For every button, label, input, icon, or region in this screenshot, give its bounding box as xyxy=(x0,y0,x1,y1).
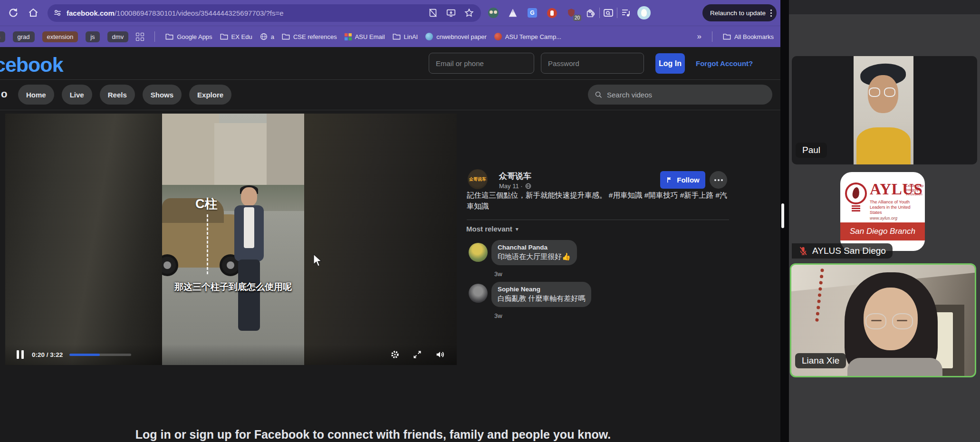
settings-gear-icon[interactable] xyxy=(390,350,400,359)
forgot-account-link[interactable]: Forgot Account? xyxy=(696,59,753,67)
bookmark-pill-js[interactable]: js xyxy=(86,31,99,42)
media-controls-icon[interactable] xyxy=(620,7,632,19)
commenter-name[interactable]: Sophie Neang xyxy=(498,286,585,293)
follow-button[interactable]: Follow xyxy=(660,171,705,189)
folder-icon xyxy=(220,33,228,40)
aylus-subtitle: The Alliance of Youth Leaders in the Uni… xyxy=(870,200,922,215)
side-panel-icon[interactable] xyxy=(603,7,614,19)
translate-extension-icon[interactable]: G xyxy=(527,7,538,19)
comment-age[interactable]: 3w xyxy=(494,270,502,278)
bookmark-folder-cse-references[interactable]: CSE references xyxy=(282,33,337,40)
participant-tile-liana-active: Liana Xie xyxy=(790,263,976,377)
glasses-graphic xyxy=(884,87,895,97)
tab-live[interactable]: Live xyxy=(62,85,92,105)
tab-shows[interactable]: Shows xyxy=(143,85,182,105)
bookmark-cnwebnovel-paper[interactable]: cnwebnovel paper xyxy=(425,33,487,40)
facebook-logo[interactable]: cebook xyxy=(0,53,63,77)
glasses-graphic xyxy=(892,313,913,329)
mountain-extension-icon[interactable] xyxy=(507,7,519,19)
bookmark-asu-email[interactable]: ASU Email xyxy=(345,33,385,40)
bookmarks-divider xyxy=(154,31,155,42)
presenter-graphic xyxy=(233,187,267,344)
bookmark-folder-ex-edu[interactable]: EX Edu xyxy=(220,33,252,40)
meeting-sidebar: Paul AYLUS Leadership Integrity Innovati… xyxy=(789,0,980,442)
all-bookmarks-button[interactable]: All Bookmarks xyxy=(723,33,774,40)
email-field[interactable] xyxy=(429,53,534,74)
site-info-icon[interactable] xyxy=(53,9,62,17)
comment-age[interactable]: 3w xyxy=(494,312,502,319)
profile-avatar[interactable] xyxy=(637,6,651,19)
folder-icon xyxy=(282,33,290,40)
post-author[interactable]: 众哥说车 xyxy=(499,171,531,182)
relaunch-to-update-button[interactable]: Relaunch to update xyxy=(702,4,777,21)
bookmark-star-icon[interactable] xyxy=(464,8,474,18)
aylus-website: www.aylus.org xyxy=(870,216,897,221)
reload-icon[interactable] xyxy=(8,7,19,19)
comment-bubble: Chanchal Panda 印地语在大厅里很好👍 xyxy=(491,240,577,265)
glasses-graphic xyxy=(869,87,880,97)
aylus-logo: AYLUS Leadership Integrity Innovation Th… xyxy=(840,172,925,251)
extensions-puzzle-icon[interactable] xyxy=(585,7,596,19)
toolbar-divider xyxy=(599,8,600,18)
eye-graphic xyxy=(897,320,907,321)
tab-explore[interactable]: Explore xyxy=(189,85,231,105)
screen: { "browser": { "topbar": { "url_domain":… xyxy=(0,0,980,442)
comment-avatar[interactable] xyxy=(469,243,488,262)
bookmark-pill-grad[interactable]: grad xyxy=(13,31,35,42)
post-date: May 11 · xyxy=(499,183,531,190)
more-options-button[interactable] xyxy=(710,171,727,189)
blocker-hand-extension-icon[interactable] xyxy=(546,7,557,19)
scrollbar-thumb[interactable] xyxy=(781,203,784,228)
bookmark-a[interactable]: a xyxy=(260,33,274,40)
cnwebnovel-icon xyxy=(425,33,433,40)
home-icon[interactable] xyxy=(28,7,39,19)
post-avatar[interactable]: 众哥说车 xyxy=(468,169,488,189)
password-field[interactable] xyxy=(541,53,644,74)
bookmark-folder-linai[interactable]: LinAI xyxy=(393,33,418,40)
shirt-graphic xyxy=(847,358,942,377)
aylus-branch-band: San Diego Branch xyxy=(840,222,925,240)
video-frame: C柱 那这三个柱子到底怎么使用呢 xyxy=(162,114,304,365)
progress-bar[interactable] xyxy=(69,354,131,356)
participant-tile-aylus: AYLUS Leadership Integrity Innovation Th… xyxy=(792,166,977,260)
bookmark-pill-extension[interactable]: extension xyxy=(42,31,78,42)
pause-button[interactable] xyxy=(17,350,24,359)
tab-reels[interactable]: Reels xyxy=(100,85,135,105)
bookmark-asu-tempe-camp[interactable]: ASU Tempe Camp... xyxy=(494,33,561,40)
comment-text: 印地语在大厅里很好👍 xyxy=(498,252,571,261)
comment-sort-dropdown[interactable]: Most relevant▾ xyxy=(466,225,519,233)
install-icon[interactable] xyxy=(446,8,456,18)
asu-tempe-icon xyxy=(494,33,502,40)
owl-extension-icon[interactable] xyxy=(488,7,499,19)
browser-menu-icon[interactable] xyxy=(770,10,772,17)
bookmark-pill-dmv[interactable]: dmv xyxy=(107,31,129,42)
post-text[interactable]: 記住這三個點位，新手就能快速提升車感。 #用車知識 #開車技巧 #新手上路 #汽… xyxy=(467,190,728,212)
comment-avatar[interactable] xyxy=(469,284,488,303)
search-videos-input[interactable]: Search videos xyxy=(588,85,772,105)
reading-mode-off-icon[interactable] xyxy=(428,8,438,18)
bookmark-folder-google-apps[interactable]: Google Apps xyxy=(165,33,212,40)
adblock-shield-extension-icon[interactable]: 20 xyxy=(566,7,577,19)
login-banner-headline: Log in or sign up for Facebook to connec… xyxy=(0,428,746,442)
comment-bubble: Sophie Neang 白痴亂教 什麼車軸有差好嗎 xyxy=(491,282,591,307)
apps-grid-icon[interactable] xyxy=(136,33,144,41)
browser-toolbar: facebook.com/100086947830101/videos/3544… xyxy=(0,0,780,26)
progress-fill xyxy=(69,354,100,356)
globe-icon xyxy=(260,33,268,40)
participant-name-label: Paul xyxy=(796,143,827,158)
post-divider xyxy=(467,220,729,220)
address-bar[interactable]: facebook.com/100086947830101/videos/3544… xyxy=(48,4,481,22)
bookmarks-overflow-chevron[interactable]: » xyxy=(697,32,701,41)
aylus-tagline: Leadership Integrity Innovation xyxy=(906,183,923,196)
tab-home[interactable]: Home xyxy=(18,85,54,105)
fullscreen-icon[interactable] xyxy=(413,350,422,359)
commenter-name[interactable]: Chanchal Panda xyxy=(498,244,571,251)
eye-graphic xyxy=(871,320,882,321)
video-player[interactable]: C柱 那这三个柱子到底怎么使用呢 0:20 / 3:22 xyxy=(5,114,457,365)
video-time: 0:20 / 3:22 xyxy=(32,351,63,358)
header-login-button[interactable]: Log In xyxy=(655,53,685,74)
volume-icon[interactable] xyxy=(435,349,445,360)
bookmark-pill-cut[interactable]: s xyxy=(0,31,5,42)
chevron-down-icon: ▾ xyxy=(516,226,519,232)
url-text[interactable]: facebook.com/100086947830101/videos/3544… xyxy=(67,9,284,17)
